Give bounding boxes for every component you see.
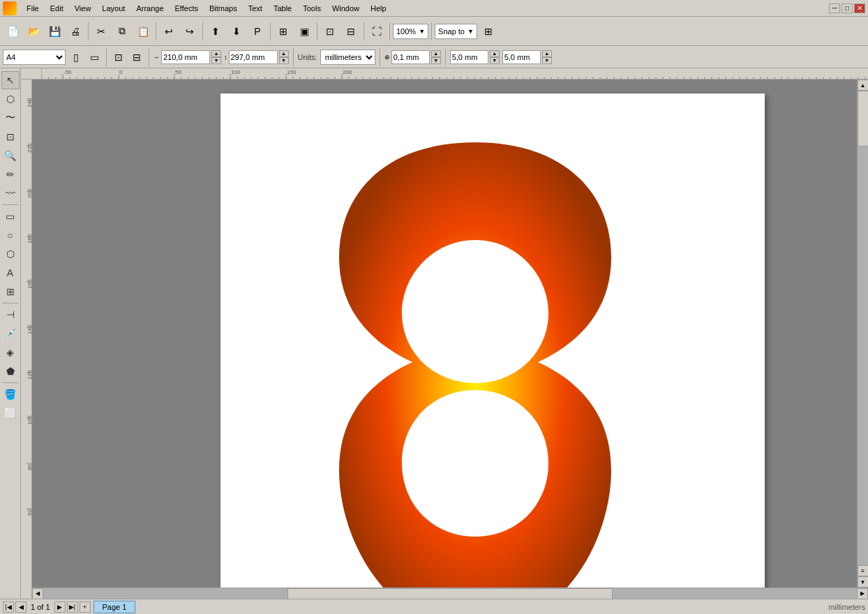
undo-button[interactable]: ↩ <box>159 22 179 41</box>
crop-tool[interactable]: ⊡ <box>1 128 20 146</box>
smear-tool[interactable]: 〜 <box>1 109 20 127</box>
freehand-tool[interactable]: ✏ <box>1 165 20 184</box>
height-down[interactable]: ▼ <box>279 57 289 64</box>
artisticmedia-tool[interactable]: 〰 <box>1 184 20 202</box>
menu-edit[interactable]: Edit <box>45 3 69 14</box>
width-down[interactable]: ▼ <box>211 57 221 64</box>
scroll-thumb[interactable] <box>858 91 869 147</box>
ellipse-tool[interactable]: ○ <box>1 226 20 244</box>
landscape-button[interactable]: ▭ <box>87 50 102 65</box>
nudge-spinner[interactable]: ▲ ▼ <box>431 50 441 64</box>
transform2-button[interactable]: ▣ <box>294 22 314 41</box>
minimize-button[interactable]: ─ <box>829 3 840 13</box>
table-tool[interactable]: ⊞ <box>1 283 20 301</box>
portrait-button[interactable]: ▯ <box>68 50 84 65</box>
smart-fill-tool[interactable]: ⬟ <box>1 362 20 380</box>
last-page-button[interactable]: ▶| <box>67 601 78 613</box>
scroll-down-button[interactable]: ▼ <box>858 576 869 587</box>
import-button[interactable]: ⬆ <box>206 22 225 41</box>
print-button[interactable]: 🖨 <box>66 22 85 41</box>
zoom-tool[interactable]: 🔍 <box>1 147 20 165</box>
canvas[interactable] <box>32 80 857 587</box>
rectangle-tool[interactable]: ▭ <box>1 207 20 225</box>
cut-button[interactable]: ✂ <box>91 22 111 41</box>
export-button[interactable]: ⬇ <box>227 22 246 41</box>
margin-y-input[interactable] <box>502 50 541 64</box>
maximize-button[interactable]: □ <box>841 3 853 13</box>
shape-tool[interactable]: ⬡ <box>1 90 20 108</box>
open-button[interactable]: 📂 <box>24 22 43 41</box>
menu-effects[interactable]: Effects <box>170 3 204 14</box>
menu-window[interactable]: Window <box>327 3 365 14</box>
interactive-fill-tool[interactable]: ◈ <box>1 343 20 361</box>
new-button[interactable]: 📄 <box>3 22 22 41</box>
menu-help[interactable]: Help <box>365 3 392 14</box>
page-size-select[interactable]: A4 <box>3 50 66 65</box>
margin-x-spinner[interactable]: ▲ ▼ <box>490 50 500 64</box>
margin-x-up[interactable]: ▲ <box>490 50 500 57</box>
margin-y-spinner[interactable]: ▲ ▼ <box>542 50 552 64</box>
page-border-button[interactable]: ⊡ <box>111 50 126 65</box>
paint-bucket-tool[interactable]: 🪣 <box>1 385 20 403</box>
eraser-tool[interactable]: ⬜ <box>1 404 20 422</box>
height-spinner[interactable]: ▲ ▼ <box>279 50 289 64</box>
menu-tools[interactable]: Tools <box>297 3 327 14</box>
text-tool[interactable]: A <box>1 264 20 282</box>
parallel-dimension-tool[interactable]: ⊣ <box>1 306 20 324</box>
horizontal-scrollbar[interactable]: ◀ ▶ <box>32 587 868 599</box>
scroll-mid-button[interactable]: ≡ <box>858 565 869 576</box>
paste-button[interactable]: 📋 <box>133 22 153 41</box>
margin-x-input[interactable] <box>450 50 488 64</box>
scroll-left-button[interactable]: ◀ <box>32 588 43 599</box>
width-input[interactable] <box>161 50 210 64</box>
bleed-button[interactable]: ⊟ <box>129 50 144 65</box>
h-scroll-thumb[interactable] <box>287 588 613 599</box>
margin-y-up[interactable]: ▲ <box>542 50 552 57</box>
first-page-button[interactable]: |◀ <box>3 601 14 613</box>
margin-x-down[interactable]: ▼ <box>490 57 500 64</box>
scroll-up-button[interactable]: ▲ <box>858 80 869 91</box>
fullscreen-button[interactable]: ⛶ <box>367 22 387 41</box>
menu-text[interactable]: Text <box>243 3 268 14</box>
next-page-button[interactable]: ▶ <box>54 601 66 613</box>
height-icon: ↕ <box>224 54 227 61</box>
units-select[interactable]: millimeters <box>320 50 375 65</box>
close-button[interactable]: ✕ <box>854 3 865 13</box>
menu-view[interactable]: View <box>69 3 97 14</box>
eyedropper-tool[interactable]: 💉 <box>1 324 20 343</box>
vertical-scrollbar[interactable]: ▲ ≡ ▼ <box>857 80 868 587</box>
scroll-right-button[interactable]: ▶ <box>857 588 868 599</box>
save-button[interactable]: 💾 <box>45 22 64 41</box>
add-page-button[interactable]: + <box>80 601 91 613</box>
width-up[interactable]: ▲ <box>211 50 221 57</box>
nudge-down[interactable]: ▼ <box>431 57 441 64</box>
menu-layout[interactable]: Layout <box>96 3 130 14</box>
page-info: 1 of 1 <box>28 603 53 611</box>
page-tab[interactable]: Page 1 <box>93 601 136 613</box>
margin-y-down[interactable]: ▼ <box>542 57 552 64</box>
menu-file[interactable]: File <box>21 3 45 14</box>
polygon-tool[interactable]: ⬡ <box>1 245 20 263</box>
publish-button[interactable]: P <box>248 22 267 41</box>
snap-dropdown[interactable]: Snap to ▼ <box>435 24 477 39</box>
prev-page-button[interactable]: ◀ <box>15 601 27 613</box>
width-spinner[interactable]: ▲ ▼ <box>211 50 221 64</box>
nudge-up[interactable]: ▲ <box>431 50 441 57</box>
snap-options-button[interactable]: ⊞ <box>479 22 498 41</box>
select-tool[interactable]: ↖ <box>1 71 20 89</box>
status-info: millimeters <box>828 603 865 611</box>
align2-button[interactable]: ⊟ <box>341 22 361 41</box>
sep2 <box>156 22 156 40</box>
align-button[interactable]: ⊡ <box>320 22 340 41</box>
copy-button[interactable]: ⧉ <box>112 22 132 41</box>
menu-arrange[interactable]: Arrange <box>130 3 169 14</box>
zoom-dropdown[interactable]: 100% ▼ <box>393 24 428 39</box>
width-field: ↔ ▲ ▼ <box>154 50 221 64</box>
menu-table[interactable]: Table <box>268 3 297 14</box>
nudge-input[interactable] <box>391 50 430 64</box>
redo-button[interactable]: ↪ <box>180 22 200 41</box>
menu-bitmaps[interactable]: Bitmaps <box>204 3 243 14</box>
height-input[interactable] <box>229 50 278 64</box>
height-up[interactable]: ▲ <box>279 50 289 57</box>
transform-button[interactable]: ⊞ <box>274 22 293 41</box>
